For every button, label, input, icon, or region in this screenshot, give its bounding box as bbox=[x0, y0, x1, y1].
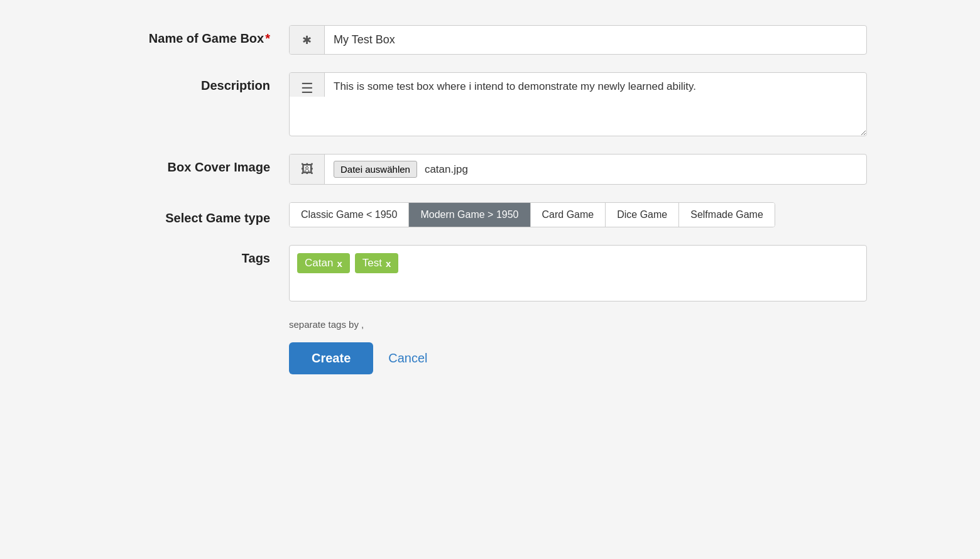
description-icon: ☰ bbox=[290, 73, 325, 97]
tag-test: Test x bbox=[355, 253, 399, 273]
box-cover-label: Box Cover Image bbox=[113, 154, 289, 175]
game-type-modern[interactable]: Modern Game > 1950 bbox=[409, 203, 530, 227]
tags-label: Tags bbox=[113, 245, 289, 266]
tag-catan-remove[interactable]: x bbox=[337, 258, 342, 269]
file-choose-button[interactable]: Datei auswählen bbox=[334, 161, 417, 178]
name-input-wrapper: ✱ bbox=[289, 25, 867, 55]
name-label: Name of Game Box* bbox=[113, 25, 289, 46]
tag-test-remove[interactable]: x bbox=[386, 258, 391, 269]
tags-row: Tags Catan x Test x bbox=[113, 245, 867, 301]
tag-test-label: Test bbox=[362, 257, 382, 269]
box-cover-icon: 🖼 bbox=[290, 155, 325, 184]
name-input[interactable] bbox=[325, 26, 866, 54]
tag-catan-label: Catan bbox=[305, 257, 333, 269]
game-type-buttons: Classic Game < 1950 Modern Game > 1950 C… bbox=[289, 202, 775, 227]
game-type-label: Select Game type bbox=[113, 205, 289, 225]
form-container: Name of Game Box* ✱ Description ☰ This i… bbox=[113, 25, 867, 374]
create-button[interactable]: Create bbox=[289, 342, 373, 374]
description-input-wrapper: ☰ This is some test box where i intend t… bbox=[289, 72, 867, 136]
game-type-selfmade[interactable]: Selfmade Game bbox=[679, 203, 775, 227]
name-row: Name of Game Box* ✱ bbox=[113, 25, 867, 55]
file-input-area: Datei auswählen catan.jpg bbox=[325, 155, 866, 184]
tags-wrapper[interactable]: Catan x Test x bbox=[289, 245, 867, 301]
description-label: Description bbox=[113, 72, 289, 93]
box-cover-row: Box Cover Image 🖼 Datei auswählen catan.… bbox=[113, 154, 867, 185]
file-name-display: catan.jpg bbox=[425, 163, 468, 176]
game-type-card[interactable]: Card Game bbox=[531, 203, 606, 227]
game-type-classic[interactable]: Classic Game < 1950 bbox=[290, 203, 409, 227]
name-icon: ✱ bbox=[290, 26, 325, 54]
game-type-row: Select Game type Classic Game < 1950 Mod… bbox=[113, 202, 867, 227]
tags-hint: separate tags by , bbox=[289, 319, 867, 330]
game-type-dice[interactable]: Dice Game bbox=[606, 203, 679, 227]
description-row: Description ☰ This is some test box wher… bbox=[113, 72, 867, 136]
box-cover-input-wrapper: 🖼 Datei auswählen catan.jpg bbox=[289, 154, 867, 185]
cancel-button[interactable]: Cancel bbox=[388, 351, 427, 366]
description-textarea[interactable]: This is some test box where i intend to … bbox=[325, 73, 866, 136]
tag-catan: Catan x bbox=[297, 253, 350, 273]
buttons-row: Create Cancel bbox=[289, 342, 867, 374]
